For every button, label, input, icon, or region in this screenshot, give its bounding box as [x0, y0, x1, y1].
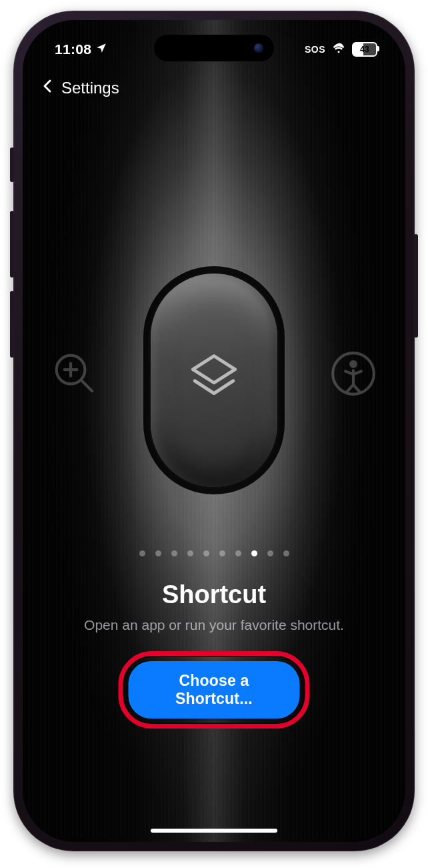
- page-dot-active: [251, 550, 257, 556]
- dynamic-island: [154, 35, 274, 61]
- page-dot: [283, 550, 289, 556]
- page-dot: [219, 550, 225, 556]
- annotation-highlight: Choose a Shortcut...: [119, 651, 310, 729]
- carousel-prev-icon[interactable]: [49, 348, 100, 399]
- screen: 11:08 SOS 43: [23, 20, 405, 842]
- page-dot: [187, 550, 193, 556]
- front-camera-icon: [254, 43, 263, 53]
- battery-percent: 43: [360, 45, 369, 54]
- back-label: Settings: [61, 79, 119, 97]
- choose-shortcut-button[interactable]: Choose a Shortcut...: [129, 661, 300, 719]
- battery-icon: 43: [352, 42, 377, 57]
- phone-side-button: [414, 234, 418, 338]
- page-subtitle: Open an app or run your favorite shortcu…: [23, 617, 405, 633]
- back-button[interactable]: Settings: [40, 77, 119, 99]
- page-title: Shortcut: [23, 580, 405, 609]
- phone-side-button: [10, 147, 14, 182]
- page-dot: [139, 550, 145, 556]
- page-dot: [235, 550, 241, 556]
- wifi-icon: [331, 41, 346, 59]
- svg-point-5: [349, 360, 357, 368]
- page-dot: [203, 550, 209, 556]
- page-dot: [171, 550, 177, 556]
- phone-side-button: [10, 291, 14, 358]
- location-arrow-icon: [95, 41, 107, 57]
- svg-line-1: [81, 380, 93, 392]
- phone-side-button: [10, 211, 14, 278]
- page-dot: [267, 550, 273, 556]
- page-dot: [155, 550, 161, 556]
- chevron-left-icon: [40, 77, 56, 99]
- status-time: 11:08: [55, 41, 91, 57]
- carousel-next-icon[interactable]: [328, 348, 379, 399]
- sos-indicator: SOS: [305, 44, 325, 55]
- page-indicator[interactable]: [23, 550, 405, 556]
- home-indicator[interactable]: [151, 829, 277, 833]
- phone-frame: 11:08 SOS 43: [13, 11, 415, 851]
- action-button-preview: [151, 274, 277, 487]
- shortcuts-icon: [183, 348, 245, 412]
